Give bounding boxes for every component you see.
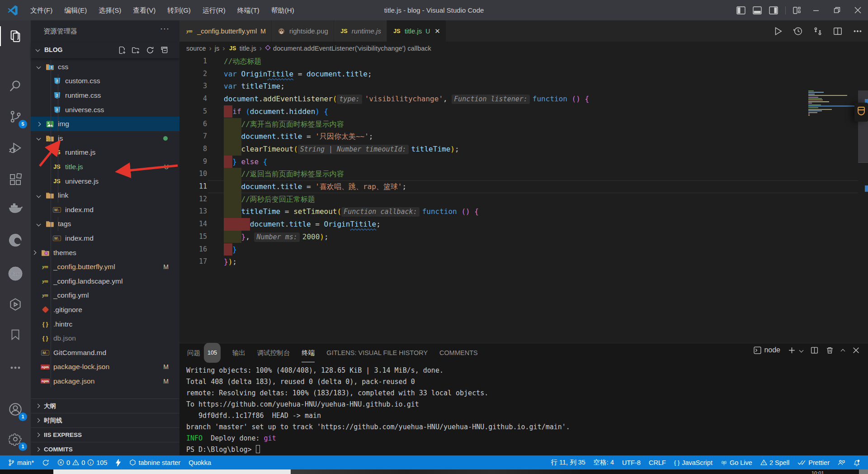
toggle-panel-icon[interactable]: [752, 5, 762, 15]
breadcrumb-item[interactable]: document.addEventListener('visibilitycha…: [265, 45, 431, 52]
toggle-sidebar-icon[interactable]: [736, 5, 746, 15]
restore-button[interactable]: [826, 0, 847, 20]
json-tool-icon[interactable]: Json: [0, 261, 31, 286]
gitlens-compare-icon[interactable]: [813, 26, 823, 36]
breadcrumb-item[interactable]: JStitle.js: [228, 44, 256, 52]
feedback-icon[interactable]: [838, 459, 845, 466]
tabnine-indicator[interactable]: tabnine starter: [129, 459, 180, 466]
kill-terminal-icon[interactable]: [826, 346, 834, 354]
tree-file-packagelock.json[interactable]: npmpackage-lock.jsonM: [31, 360, 179, 374]
toggle-secondary-sidebar-icon[interactable]: [769, 5, 778, 15]
indentation[interactable]: 空格: 4: [594, 458, 614, 467]
menu-item-6[interactable]: 终端(T): [231, 0, 265, 20]
tree-file-runtime.js[interactable]: JSruntime.js: [31, 146, 179, 160]
tree-file-runtime.css[interactable]: 3runtime.css: [31, 88, 179, 103]
cursor-position[interactable]: 行 11, 列 35: [551, 458, 585, 467]
tree-file-.gitignore[interactable]: .gitignore: [31, 303, 179, 317]
breadcrumb-item[interactable]: source: [186, 45, 206, 52]
tree-folder-js[interactable]: JSjs: [31, 131, 179, 146]
search-icon[interactable]: [0, 73, 31, 99]
split-editor-icon[interactable]: [833, 26, 843, 36]
terminal-dropdown-icon[interactable]: [799, 348, 804, 352]
tab-title.js[interactable]: JStitle.jsU✕: [387, 20, 446, 42]
bookmarks-icon[interactable]: [0, 322, 31, 347]
panel-tab-终端[interactable]: 终端: [302, 343, 315, 362]
explorer-icon[interactable]: [0, 24, 31, 49]
section-时间线[interactable]: 时间线: [31, 413, 179, 427]
account-icon[interactable]: 1: [0, 397, 31, 422]
extensions-icon[interactable]: [0, 167, 31, 192]
docker-icon[interactable]: [0, 195, 31, 221]
tree-file-index.md[interactable]: M↓index.md: [31, 203, 179, 217]
minimize-button[interactable]: [806, 0, 826, 20]
menu-item-1[interactable]: 编辑(E): [58, 0, 93, 20]
panel-tab-comments[interactable]: COMMENTS: [439, 343, 478, 362]
close-button[interactable]: [847, 0, 868, 20]
customize-layout-icon[interactable]: [793, 5, 802, 15]
refresh-icon[interactable]: [146, 46, 154, 54]
edge-browser-icon[interactable]: [0, 228, 31, 253]
menu-item-0[interactable]: 文件(F): [24, 0, 58, 20]
tree-file-gitcommand.md[interactable]: M↓GitCommand.md: [31, 346, 179, 360]
tree-file-package.json[interactable]: npmpackage.jsonM: [31, 374, 179, 387]
notifications-bell-icon[interactable]: [853, 459, 860, 466]
terminal-profile[interactable]: node: [754, 346, 780, 354]
tree-file-title.js[interactable]: JStitle.jsU: [31, 160, 179, 174]
split-terminal-icon[interactable]: [811, 346, 818, 354]
run-file-icon[interactable]: [773, 26, 783, 36]
editor-more-icon[interactable]: [853, 26, 863, 36]
menu-item-2[interactable]: 选择(S): [93, 0, 127, 20]
tree-file-universe.js[interactable]: JSuniverse.js: [31, 174, 179, 189]
code-editor[interactable]: 1234567891011121314151617 //动态标题var Orig…: [179, 55, 868, 343]
media-preview-icon[interactable]: [0, 292, 31, 317]
tree-file-universe.css[interactable]: 3universe.css: [31, 103, 179, 117]
tab-close-icon[interactable]: ✕: [434, 27, 440, 35]
tree-file-custom.css[interactable]: 3custom.css: [31, 74, 179, 89]
tree-folder-tags[interactable]: tags: [31, 217, 179, 232]
new-folder-icon[interactable]: [132, 46, 140, 54]
close-panel-icon[interactable]: [852, 346, 860, 354]
problems-indicator[interactable]: 0 0 105: [57, 459, 107, 466]
encoding[interactable]: UTF-8: [622, 459, 641, 466]
section-大纲[interactable]: 大纲: [31, 398, 179, 413]
scrollbar[interactable]: [858, 55, 868, 343]
blog-section-header[interactable]: BLOG: [31, 42, 179, 58]
section-commits[interactable]: COMMITS: [31, 442, 179, 456]
maximize-panel-icon[interactable]: [841, 349, 845, 353]
menu-item-5[interactable]: 运行(R): [197, 0, 231, 20]
section-iis-express[interactable]: IIS EXPRESS: [31, 427, 179, 442]
settings-gear-icon[interactable]: 1: [0, 427, 31, 452]
menu-item-7[interactable]: 帮助(H): [265, 0, 300, 20]
prettier[interactable]: Prettier: [797, 459, 830, 466]
run-debug-icon[interactable]: [0, 135, 31, 161]
tree-folder-css[interactable]: 3css: [31, 60, 179, 74]
tree-file-config.landscape.yml[interactable]: ym_config.landscape.yml: [31, 274, 179, 289]
tree-file-db.json[interactable]: { }db.json: [31, 331, 179, 346]
tree-folder-img[interactable]: img: [31, 117, 179, 131]
tree-file-config.butterfly.yml[interactable]: ym_config.butterfly.ymlM: [31, 260, 179, 274]
panel-tab-调试控制台[interactable]: 调试控制台: [257, 343, 290, 362]
panel-tab-gitlensvisualfilehistory[interactable]: GITLENS: VISUAL FILE HISTORY: [326, 343, 428, 362]
sidebar-more-icon[interactable]: ···: [160, 24, 170, 33]
tree-folder-themes[interactable]: themes: [31, 246, 179, 260]
minimap[interactable]: [808, 90, 857, 145]
tab-runtime.js[interactable]: JSruntime.js: [334, 20, 387, 42]
tree-file-index.md[interactable]: M↓index.md: [31, 231, 179, 246]
lightning-indicator[interactable]: [115, 459, 121, 466]
language-mode[interactable]: { }JavaScript: [674, 459, 712, 466]
branch-indicator[interactable]: main*: [8, 459, 34, 466]
source-control-icon[interactable]: 5: [0, 104, 31, 129]
panel-tab-输出[interactable]: 输出: [232, 343, 245, 362]
sync-button[interactable]: [42, 459, 49, 466]
more-views-icon[interactable]: [0, 355, 31, 380]
new-terminal-icon[interactable]: [788, 346, 796, 354]
spell-checker[interactable]: 2 Spell: [760, 459, 789, 466]
tree-folder-link[interactable]: link: [31, 188, 179, 203]
tree-file-.hintrc[interactable]: { }.hintrc: [31, 317, 179, 332]
tab-rightside.pug[interactable]: rightside.pug: [272, 20, 334, 42]
quokka-indicator[interactable]: Quokka: [189, 459, 211, 466]
menu-item-3[interactable]: 查看(V): [127, 0, 161, 20]
tab-config.butterfly.yml[interactable]: ym_config.butterfly.ymlM: [179, 20, 272, 42]
breadcrumb-item[interactable]: js: [215, 45, 219, 52]
tree-file-config.yml[interactable]: ym_config.yml: [31, 289, 179, 303]
